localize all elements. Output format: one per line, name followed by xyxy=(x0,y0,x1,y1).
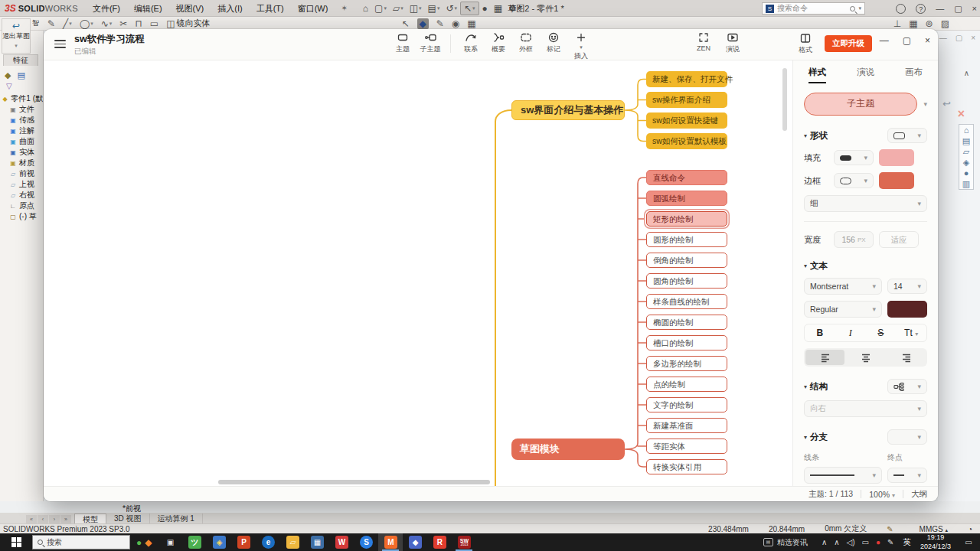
search-icon[interactable] xyxy=(850,6,855,11)
tab-nav-arrow-0[interactable]: « xyxy=(26,515,37,523)
format-button[interactable]: 格式 xyxy=(799,32,812,55)
trafficlight-button[interactable]: ● xyxy=(479,2,491,15)
home-button[interactable]: ⌂ xyxy=(360,2,371,15)
status-globe-icon[interactable]: ◔ xyxy=(968,525,972,533)
tab-nav-arrow-3[interactable]: » xyxy=(60,515,71,523)
widget-green-icon[interactable]: ● xyxy=(136,537,142,548)
app-wps[interactable]: W xyxy=(329,533,354,551)
pattern-icon[interactable]: ▦ xyxy=(909,18,917,29)
circle-tool-icon[interactable]: ◯▾ xyxy=(80,18,93,29)
offset-tool-icon[interactable]: ▭ xyxy=(150,18,158,29)
insert-button[interactable]: ▾插入 xyxy=(570,31,592,61)
mirror-tool-icon[interactable]: ◫ xyxy=(166,18,175,29)
filter-icon[interactable]: ▽ xyxy=(0,82,43,93)
start-button[interactable] xyxy=(0,533,32,551)
shape-select[interactable]: ▾ xyxy=(887,128,927,143)
taskpane-home-icon[interactable]: ⌂ xyxy=(964,125,969,135)
taskbar-search[interactable]: 搜索 xyxy=(32,535,130,549)
tree-item-0[interactable]: ◆零件1 (默 xyxy=(0,93,43,104)
app-powerpoint[interactable]: P xyxy=(231,533,256,551)
app-blue[interactable]: ◆ xyxy=(403,533,427,551)
spline-tool-icon[interactable]: ∿▾ xyxy=(101,18,113,29)
tab-style[interactable]: 样式 xyxy=(808,67,826,83)
new-button[interactable]: ▢▾ xyxy=(371,2,390,15)
menu-item-3[interactable]: 插入(I) xyxy=(211,0,249,17)
border-width-select[interactable]: 细▾ xyxy=(804,195,927,212)
subtopic-yellow-1[interactable]: sw操作界面介绍 xyxy=(646,92,727,108)
taskpane-list-icon[interactable]: ▥ xyxy=(962,178,970,189)
direction-select[interactable]: 向右▾ xyxy=(804,400,927,417)
taskpane-library-icon[interactable]: ▤ xyxy=(962,135,970,146)
tree-item-10[interactable]: ∟原点 xyxy=(0,201,43,211)
restore-button[interactable]: ▢ xyxy=(954,4,962,14)
tree-item-6[interactable]: ▣材质 xyxy=(0,158,43,168)
subtopic-yellow-3[interactable]: sw如何设置默认模板 xyxy=(646,133,727,149)
app-s-blue[interactable]: S xyxy=(354,533,378,551)
structure-select[interactable]: ▾ xyxy=(887,379,927,394)
search-chevron-icon[interactable]: ▾ xyxy=(858,5,861,11)
align-right-button[interactable] xyxy=(887,350,926,365)
pen-icon[interactable]: ✎ xyxy=(887,538,893,546)
save-button[interactable]: ◫▾ xyxy=(407,2,425,15)
action-center-icon[interactable]: ▭ xyxy=(957,538,980,546)
perpendicular-icon[interactable]: ⊥ xyxy=(893,18,901,29)
doc-minimize-icon[interactable]: — xyxy=(939,34,947,42)
subtopic-red-8[interactable]: 槽口的绘制 xyxy=(646,335,727,350)
tree-item-11[interactable]: ▢(-) 草 xyxy=(0,211,43,222)
subtopic-red-6[interactable]: 样条曲线的绘制 xyxy=(646,294,727,309)
print-button[interactable]: ▤▾ xyxy=(425,2,443,15)
app-explorer[interactable]: ▱ xyxy=(280,533,305,551)
subtopic-red-1[interactable]: 圆弧绘制 xyxy=(646,191,727,206)
status-units[interactable]: MMGS ▴ xyxy=(920,525,948,533)
subtopic-red-10[interactable]: 点的绘制 xyxy=(646,377,727,392)
subtopic-button[interactable]: 子主题 xyxy=(420,31,441,54)
help-icon[interactable]: ? xyxy=(916,4,926,14)
bold-button[interactable]: B xyxy=(805,324,835,341)
tree-item-4[interactable]: ▣曲面 xyxy=(0,136,43,147)
app-green[interactable]: ツ xyxy=(182,533,207,551)
app-mindmap[interactable]: M xyxy=(378,533,403,551)
doc-close-icon[interactable]: × xyxy=(971,34,975,42)
taskpane-files-icon[interactable]: ▱ xyxy=(963,146,969,157)
subtopic-style-preview[interactable]: 子主题 xyxy=(804,93,917,116)
mindmap-close-button[interactable]: × xyxy=(925,35,930,46)
line-style-select[interactable]: ▾ xyxy=(804,467,882,484)
subtopic-yellow-2[interactable]: sw如何设置快捷键 xyxy=(646,112,727,129)
subtopic-yellow-0[interactable]: 新建、保存、打开文件 xyxy=(646,71,727,87)
news-widget[interactable]: ▤ 精选资讯 xyxy=(756,537,815,548)
tree-item-3[interactable]: ▣注解 xyxy=(0,126,43,136)
menu-item-2[interactable]: 视图(V) xyxy=(169,0,211,17)
hidden-icons-icon[interactable]: ∧ xyxy=(822,538,827,546)
widget-orange-icon[interactable]: ◆ xyxy=(145,537,152,548)
text-case-button[interactable]: Tt ▾ xyxy=(896,324,926,341)
align-left-button[interactable] xyxy=(805,350,844,365)
outline-button[interactable]: 大纲 xyxy=(911,489,927,500)
align-center-button[interactable] xyxy=(846,350,885,365)
convert-tool-icon[interactable]: ⊓ xyxy=(135,18,142,29)
tree-display-icon[interactable]: ▤ xyxy=(17,70,24,80)
person-tool-icon[interactable]: ◉ xyxy=(452,18,459,29)
mindmap-minimize-button[interactable]: — xyxy=(880,35,889,46)
tab-presentation[interactable]: 演说 xyxy=(857,67,874,83)
menu-item-0[interactable]: 文件(F) xyxy=(86,0,127,17)
zen-button[interactable]: ZEN xyxy=(693,31,714,54)
present-button[interactable]: 演说 xyxy=(722,31,743,54)
undo-button[interactable]: ↺▾ xyxy=(443,2,460,15)
confirm-sketch-icon[interactable]: ↩ xyxy=(942,98,951,109)
tab-features[interactable]: 特征 xyxy=(3,54,38,66)
volume-icon[interactable]: ◁) xyxy=(847,538,855,546)
menu-item-1[interactable]: 编辑(E) xyxy=(127,0,169,17)
upgrade-button[interactable]: 立即升级 xyxy=(825,35,872,52)
strikethrough-button[interactable]: S xyxy=(866,324,897,341)
tab-nav-arrow-1[interactable]: ‹ xyxy=(38,515,48,523)
marker-button[interactable]: 标记 xyxy=(543,31,564,54)
display-style-icon[interactable]: ⊚ xyxy=(926,18,933,29)
border-color-swatch[interactable] xyxy=(879,172,914,189)
collapse-icon[interactable]: ∧ xyxy=(964,69,969,77)
select-tool-icon[interactable]: ↖ xyxy=(401,18,409,29)
app-compass[interactable]: ◈ xyxy=(207,533,231,551)
chevron-down-icon[interactable]: ▾ xyxy=(923,100,927,108)
relationship-button[interactable]: 联系 xyxy=(460,31,482,54)
pin-icon[interactable]: ✶ xyxy=(335,4,353,12)
part-icon[interactable]: ◆ xyxy=(5,70,11,80)
